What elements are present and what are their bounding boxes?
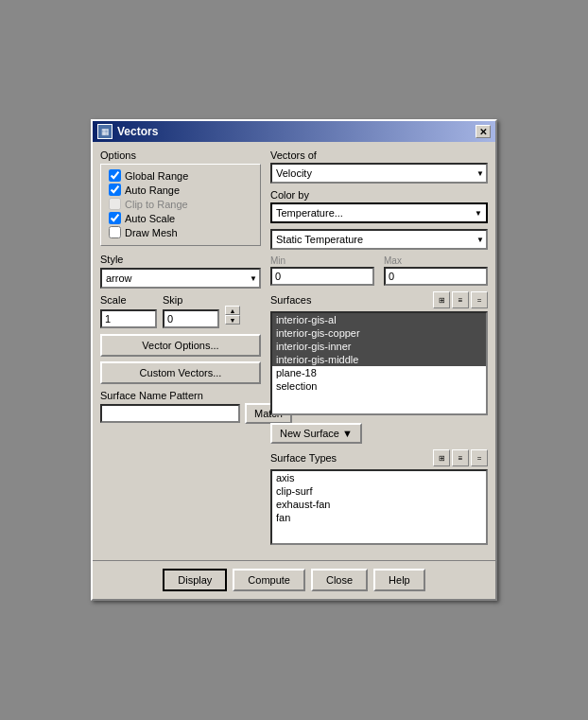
- surfaces-header: Surfaces ⊞ ≡ =: [270, 291, 488, 308]
- color-by-arrow-icon: ▼: [475, 209, 482, 218]
- skip-label: Skip: [163, 294, 219, 306]
- auto-scale-checkbox[interactable]: [109, 212, 121, 224]
- scale-input[interactable]: [100, 309, 157, 328]
- surfaces-eq-icon[interactable]: =: [471, 291, 488, 308]
- display-button[interactable]: Display: [163, 569, 227, 591]
- min-group: Min: [270, 255, 374, 286]
- auto-range-checkbox[interactable]: [109, 184, 121, 196]
- list-item[interactable]: fan: [272, 511, 486, 524]
- list-item[interactable]: exhaust-fan: [272, 498, 486, 511]
- min-label: Min: [270, 255, 374, 266]
- scale-label: Scale: [100, 294, 157, 306]
- pattern-row: Match: [100, 403, 261, 424]
- clip-to-range-item: Clip to Range: [109, 198, 252, 210]
- skip-input[interactable]: [163, 309, 219, 328]
- title-bar: ▦ Vectors ✕: [93, 121, 495, 142]
- clip-to-range-checkbox[interactable]: [109, 198, 121, 210]
- surface-types-list-icon[interactable]: ≡: [452, 449, 469, 466]
- new-surface-button[interactable]: New Surface ▼: [270, 423, 362, 444]
- pattern-input[interactable]: [100, 404, 240, 423]
- draw-mesh-checkbox[interactable]: [109, 226, 121, 238]
- scale-group: Scale: [100, 294, 157, 328]
- max-input[interactable]: [384, 267, 488, 286]
- static-temp-group: Static Temperature: [270, 229, 488, 250]
- surface-types-eq-icon[interactable]: =: [471, 449, 488, 466]
- min-max-row: Min Max: [270, 255, 488, 286]
- list-item[interactable]: interior-gis-al: [272, 313, 486, 326]
- surfaces-icon-buttons: ⊞ ≡ =: [433, 291, 488, 308]
- global-range-label: Global Range: [125, 170, 188, 182]
- max-label: Max: [384, 255, 488, 266]
- list-item[interactable]: interior-gis-inner: [272, 340, 486, 353]
- spin-buttons: ▲ ▼: [225, 306, 240, 325]
- auto-scale-item: Auto Scale: [109, 212, 252, 224]
- skip-group: Skip: [163, 294, 219, 328]
- vectors-of-select-wrapper: Velocity: [270, 163, 488, 184]
- global-range-checkbox[interactable]: [109, 169, 121, 182]
- color-by-label: Color by: [270, 189, 488, 201]
- left-column: Options Global Range Auto Range Clip to …: [100, 149, 261, 553]
- surface-types-header: Surface Types ⊞ ≡ =: [270, 449, 488, 466]
- draw-mesh-label: Draw Mesh: [125, 227, 178, 238]
- style-section: Style arrow: [100, 254, 261, 289]
- title-bar-left: ▦ Vectors: [97, 124, 158, 139]
- spin-up-btn[interactable]: ▲: [225, 306, 240, 315]
- surface-types-all-icon[interactable]: ⊞: [433, 449, 450, 466]
- main-content: Options Global Range Auto Range Clip to …: [93, 142, 495, 560]
- list-item[interactable]: plane-18: [272, 366, 486, 379]
- close-button[interactable]: Close: [311, 569, 368, 591]
- surface-types-icon-buttons: ⊞ ≡ =: [433, 449, 488, 466]
- surfaces-section: Surfaces ⊞ ≡ = interior-gis-al interior-…: [270, 291, 488, 415]
- scale-skip-row: Scale Skip ▲ ▼: [100, 294, 261, 328]
- style-select[interactable]: arrow: [100, 268, 261, 289]
- color-by-dropdown[interactable]: Temperature... ▼: [270, 202, 488, 223]
- window-icon: ▦: [97, 124, 112, 139]
- right-column: Vectors of Velocity Color by Temperature…: [270, 149, 488, 553]
- two-column-layout: Options Global Range Auto Range Clip to …: [100, 149, 488, 553]
- global-range-item: Global Range: [109, 169, 252, 182]
- auto-scale-label: Auto Scale: [125, 213, 175, 224]
- vectors-of-select[interactable]: Velocity: [270, 163, 488, 184]
- surface-types-listbox[interactable]: axis clip-surf exhaust-fan fan: [270, 469, 488, 545]
- surfaces-listbox[interactable]: interior-gis-al interior-gis-copper inte…: [270, 311, 488, 415]
- surface-types-label: Surface Types: [270, 452, 337, 464]
- window-title: Vectors: [117, 125, 158, 138]
- color-by-value: Temperature...: [276, 207, 343, 219]
- style-select-wrapper: arrow: [100, 268, 261, 289]
- style-label: Style: [100, 254, 261, 265]
- auto-range-item: Auto Range: [109, 184, 252, 196]
- static-temp-select-wrapper: Static Temperature: [270, 229, 488, 250]
- custom-vectors-button[interactable]: Custom Vectors...: [100, 361, 261, 384]
- options-group: Global Range Auto Range Clip to Range Au…: [100, 164, 261, 246]
- compute-button[interactable]: Compute: [233, 569, 305, 591]
- list-item[interactable]: interior-gis-copper: [272, 326, 486, 340]
- draw-mesh-item: Draw Mesh: [109, 226, 252, 238]
- surfaces-label: Surfaces: [270, 294, 311, 306]
- color-by-group: Color by Temperature... ▼: [270, 189, 488, 223]
- bottom-buttons-bar: Display Compute Close Help: [93, 560, 495, 599]
- help-button[interactable]: Help: [373, 569, 425, 591]
- surface-name-pattern-label: Surface Name Pattern: [100, 390, 261, 401]
- auto-range-label: Auto Range: [125, 184, 180, 196]
- static-temp-select[interactable]: Static Temperature: [270, 229, 488, 250]
- min-input[interactable]: [270, 267, 374, 286]
- surface-types-section: Surface Types ⊞ ≡ = axis clip-surf exhau…: [270, 449, 488, 545]
- spin-down-btn[interactable]: ▼: [225, 315, 240, 325]
- vectors-dialog: ▦ Vectors ✕ Options Global Range Auto Ra…: [91, 119, 497, 601]
- list-item[interactable]: interior-gis-middle: [272, 353, 486, 366]
- list-item[interactable]: selection: [272, 379, 486, 393]
- vector-options-button[interactable]: Vector Options...: [100, 334, 261, 357]
- list-item[interactable]: axis: [272, 471, 486, 484]
- surfaces-all-icon[interactable]: ⊞: [433, 291, 450, 308]
- surfaces-list-icon[interactable]: ≡: [452, 291, 469, 308]
- options-label: Options: [100, 149, 261, 161]
- clip-to-range-label: Clip to Range: [125, 199, 188, 210]
- max-group: Max: [384, 255, 488, 286]
- vectors-of-group: Vectors of Velocity: [270, 149, 488, 184]
- list-item[interactable]: clip-surf: [272, 484, 486, 498]
- vectors-of-label: Vectors of: [270, 149, 488, 161]
- close-icon[interactable]: ✕: [476, 125, 491, 138]
- surface-name-pattern-section: Surface Name Pattern Match: [100, 390, 261, 424]
